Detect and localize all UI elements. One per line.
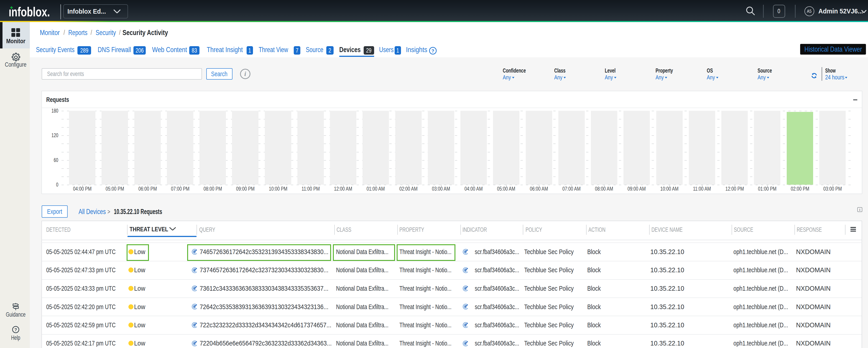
svg-text:?: ? (432, 48, 434, 54)
svg-text:?: ? (14, 327, 17, 332)
svg-text:i: i (859, 208, 860, 212)
svg-text:i: i (244, 70, 246, 77)
